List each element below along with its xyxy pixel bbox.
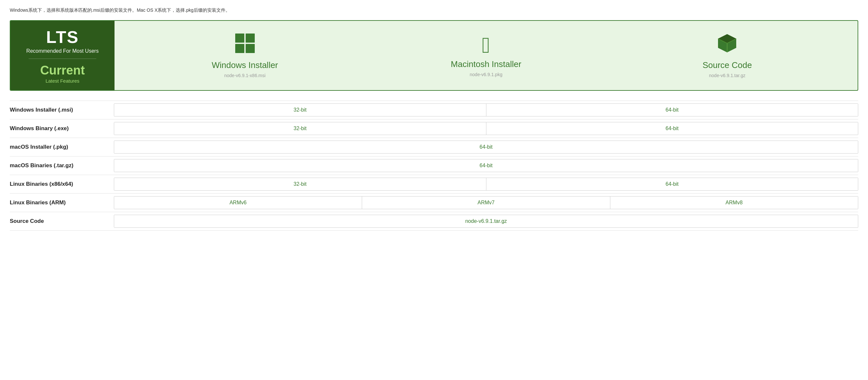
row-links: 64-bit bbox=[114, 138, 858, 157]
lts-title: LTS bbox=[46, 27, 79, 47]
dl-link-0-1[interactable]: 64-bit bbox=[486, 104, 858, 116]
hero-section: LTS Recommended For Most Users Current L… bbox=[10, 20, 858, 91]
dl-link-1-1[interactable]: 64-bit bbox=[486, 122, 858, 135]
row-label: Linux Binaries (x86/x64) bbox=[10, 175, 114, 194]
row-links: 32-bit64-bit bbox=[114, 101, 858, 119]
row-links: node-v6.9.1.tar.gz bbox=[114, 212, 858, 231]
dl-link-6-0[interactable]: node-v6.9.1.tar.gz bbox=[114, 215, 858, 227]
dl-link-4-1[interactable]: 64-bit bbox=[486, 178, 858, 190]
hero-download-source[interactable]: Source Code node-v6.9.1.tar.gz bbox=[607, 33, 848, 78]
dl-link-5-0[interactable]: ARMv6 bbox=[114, 196, 362, 209]
top-notice: Windows系统下，选择和系统版本匹配的.msi后缀的安装文件。Mac OS … bbox=[10, 6, 858, 14]
row-label: Linux Binaries (ARM) bbox=[10, 194, 114, 212]
hero-download-source-label: Source Code bbox=[703, 60, 752, 70]
windows-icon bbox=[235, 33, 255, 57]
table-row: Linux Binaries (ARM)ARMv6ARMv7ARMv8 bbox=[10, 194, 858, 212]
svg-rect-2 bbox=[235, 44, 244, 53]
dl-link-3-0[interactable]: 64-bit bbox=[114, 159, 858, 172]
row-label: Source Code bbox=[10, 212, 114, 231]
svg-rect-3 bbox=[246, 44, 255, 53]
hero-downloads: Windows Installer node-v6.9.1-x86.msi  … bbox=[115, 21, 858, 90]
row-label: macOS Installer (.pkg) bbox=[10, 138, 114, 157]
row-links: 32-bit64-bit bbox=[114, 119, 858, 138]
table-row: macOS Installer (.pkg)64-bit bbox=[10, 138, 858, 157]
row-links: 32-bit64-bit bbox=[114, 175, 858, 194]
hero-download-source-file: node-v6.9.1.tar.gz bbox=[709, 73, 745, 78]
row-label: Windows Installer (.msi) bbox=[10, 101, 114, 119]
dl-link-5-1[interactable]: ARMv7 bbox=[362, 196, 610, 209]
hero-download-mac[interactable]:  Macintosh Installer node-v6.9.1.pkg bbox=[365, 34, 607, 77]
hero-download-mac-label: Macintosh Installer bbox=[451, 59, 522, 69]
dl-link-4-0[interactable]: 32-bit bbox=[114, 178, 486, 190]
row-label: macOS Binaries (.tar.gz) bbox=[10, 157, 114, 175]
hero-download-mac-file: node-v6.9.1.pkg bbox=[470, 72, 502, 77]
box-icon bbox=[717, 33, 738, 57]
svg-rect-1 bbox=[246, 33, 255, 43]
dl-link-1-0[interactable]: 32-bit bbox=[114, 122, 486, 135]
current-label: Current bbox=[40, 63, 85, 77]
lts-badge: LTS Recommended For Most Users Current L… bbox=[10, 21, 115, 90]
apple-icon:  bbox=[482, 34, 490, 56]
table-row: Windows Binary (.exe)32-bit64-bit bbox=[10, 119, 858, 138]
hero-download-windows-file: node-v6.9.1-x86.msi bbox=[224, 73, 266, 78]
table-row: Linux Binaries (x86/x64)32-bit64-bit bbox=[10, 175, 858, 194]
hero-download-windows[interactable]: Windows Installer node-v6.9.1-x86.msi bbox=[124, 33, 365, 78]
row-links: 64-bit bbox=[114, 157, 858, 175]
dl-link-0-0[interactable]: 32-bit bbox=[114, 104, 486, 116]
table-row: macOS Binaries (.tar.gz)64-bit bbox=[10, 157, 858, 175]
table-row: Source Codenode-v6.9.1.tar.gz bbox=[10, 212, 858, 231]
svg-rect-0 bbox=[235, 33, 244, 43]
dl-link-5-2[interactable]: ARMv8 bbox=[610, 196, 858, 209]
lts-divider bbox=[29, 59, 96, 59]
row-label: Windows Binary (.exe) bbox=[10, 119, 114, 138]
table-row: Windows Installer (.msi)32-bit64-bit bbox=[10, 101, 858, 119]
hero-download-windows-label: Windows Installer bbox=[212, 60, 278, 70]
dl-link-2-0[interactable]: 64-bit bbox=[114, 141, 858, 153]
lts-subtitle: Recommended For Most Users bbox=[26, 48, 99, 54]
current-sublabel: Latest Features bbox=[45, 78, 80, 84]
row-links: ARMv6ARMv7ARMv8 bbox=[114, 194, 858, 212]
download-table: Windows Installer (.msi)32-bit64-bitWind… bbox=[10, 100, 858, 231]
